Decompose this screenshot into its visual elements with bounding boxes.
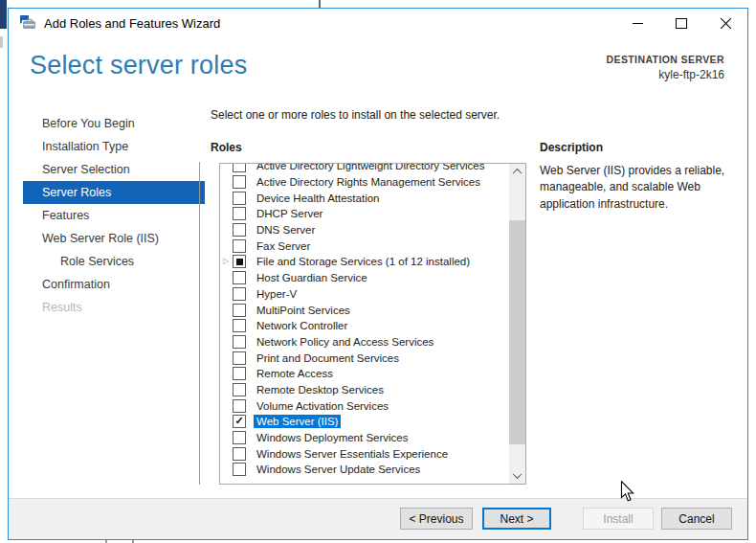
minimize-icon [633, 23, 643, 24]
role-checkbox-partial[interactable] [233, 255, 246, 268]
roles-listbox: Active Directory Lightweight Directory S… [219, 163, 526, 485]
role-label[interactable]: Device Health Attestation [254, 192, 383, 205]
role-row-hyper-v: Hyper-V [220, 286, 509, 303]
role-label[interactable]: Active Directory Rights Management Servi… [254, 175, 483, 189]
role-checkbox-unchecked[interactable] [233, 175, 246, 189]
nav-divider [199, 162, 200, 485]
close-icon [720, 17, 732, 30]
wizard-toolbox-icon [20, 15, 36, 31]
role-checkbox-unchecked[interactable] [233, 383, 246, 396]
role-checkbox-unchecked[interactable] [233, 319, 246, 332]
add-roles-wizard-window: Add Roles and Features Wizard Select ser… [8, 8, 748, 540]
page-title: Select server roles [30, 51, 247, 80]
chevron-down-icon [513, 469, 523, 479]
role-label[interactable]: Remote Access [254, 367, 336, 380]
previous-button[interactable]: < Previous [400, 508, 473, 530]
role-label[interactable]: Remote Desktop Services [254, 383, 387, 396]
role-row-active-directory-lightweight-directory-services: Active Directory Lightweight Directory S… [220, 163, 509, 174]
titlebar: Add Roles and Features Wizard [9, 9, 747, 37]
sidebar-item-role-services[interactable]: Role Services [23, 250, 205, 273]
role-checkbox-unchecked[interactable] [233, 447, 246, 461]
roles-rows: Active Directory Lightweight Directory S… [220, 163, 509, 478]
destination-server-label: DESTINATION SERVER [607, 54, 725, 65]
sidebar-item-server-roles[interactable]: Server Roles [23, 181, 205, 204]
role-label[interactable]: Active Directory Lightweight Directory S… [254, 163, 487, 172]
destination-server-block: DESTINATION SERVER kyle-ftp-2k16 [607, 54, 725, 81]
role-label[interactable]: MultiPoint Services [254, 304, 353, 317]
role-label[interactable]: Host Guardian Service [254, 271, 370, 284]
role-checkbox-unchecked[interactable] [233, 431, 246, 444]
role-label[interactable]: File and Storage Services (1 of 12 insta… [254, 255, 473, 268]
role-label[interactable]: Hyper-V [254, 287, 300, 301]
role-checkbox-unchecked[interactable] [233, 463, 246, 476]
role-checkbox-unchecked[interactable] [233, 207, 246, 220]
role-checkbox-unchecked[interactable] [233, 304, 246, 317]
role-row-print-and-document-services: Print and Document Services [220, 350, 509, 366]
role-checkbox-unchecked[interactable] [233, 335, 246, 349]
role-label[interactable]: DNS Server [254, 223, 318, 237]
sidebar-item-installation-type[interactable]: Installation Type [23, 135, 205, 158]
window-title: Add Roles and Features Wizard [44, 16, 220, 31]
role-checkbox-unchecked[interactable] [233, 192, 246, 205]
role-label[interactable]: Network Policy and Access Services [254, 335, 436, 349]
role-row-dhcp-server: DHCP Server [220, 206, 509, 222]
role-label[interactable]: Windows Deployment Services [254, 431, 411, 444]
role-row-dns-server: DNS Server [220, 222, 509, 238]
role-label[interactable]: DHCP Server [254, 207, 325, 220]
role-label[interactable]: Volume Activation Services [254, 399, 391, 413]
destination-server-name: kyle-ftp-2k16 [607, 68, 725, 81]
role-label[interactable]: Fax Server [254, 239, 313, 253]
install-button[interactable]: Install [583, 508, 654, 530]
role-row-active-directory-rights-management-services: Active Directory Rights Management Servi… [220, 174, 509, 191]
maximize-icon [676, 18, 687, 29]
role-row-network-controller: Network Controller [220, 318, 509, 334]
role-row-volume-activation-services: Volume Activation Services [220, 397, 509, 414]
sidebar-item-server-selection[interactable]: Server Selection [23, 158, 205, 181]
close-button[interactable] [703, 9, 747, 37]
role-label[interactable]: Web Server (IIS) [254, 415, 341, 428]
scroll-up-button[interactable] [509, 164, 525, 180]
sidebar-item-before-you-begin[interactable]: Before You Begin [23, 112, 205, 135]
sidebar-item-web-server-role-iis[interactable]: Web Server Role (IIS) [23, 227, 205, 250]
expand-arrow-icon[interactable]: ▷ [223, 258, 233, 265]
role-checkbox-unchecked[interactable] [233, 351, 246, 365]
checkmark-icon: ✓ [234, 416, 243, 426]
sidebar-item-features[interactable]: Features [23, 204, 205, 227]
description-text: Web Server (IIS) provides a reliable, ma… [540, 163, 737, 213]
role-row-multipoint-services: MultiPoint Services [220, 302, 509, 318]
role-checkbox-unchecked[interactable] [233, 399, 246, 413]
maximize-button[interactable] [659, 9, 703, 37]
minimize-button[interactable] [615, 9, 659, 37]
role-row-network-policy-and-access-services: Network Policy and Access Services [220, 334, 509, 351]
role-label[interactable]: Windows Server Essentials Experience [254, 447, 451, 461]
role-checkbox-unchecked[interactable] [233, 163, 246, 172]
role-label[interactable]: Network Controller [254, 319, 350, 332]
cancel-button[interactable]: Cancel [661, 508, 732, 530]
next-button[interactable]: Next > [482, 508, 551, 530]
scrollbar-thumb[interactable] [509, 220, 525, 444]
role-checkbox-unchecked[interactable] [233, 287, 246, 301]
role-checkbox-unchecked[interactable] [233, 223, 246, 237]
background-artifact [0, 0, 7, 29]
role-label[interactable]: Windows Server Update Services [254, 463, 423, 476]
role-row-host-guardian-service: Host Guardian Service [220, 270, 509, 286]
role-label[interactable]: Print and Document Services [254, 351, 402, 365]
role-checkbox-checked[interactable]: ✓ [233, 415, 246, 428]
sidebar-item-confirmation[interactable]: Confirmation [23, 273, 205, 296]
scroll-down-button[interactable] [509, 467, 525, 484]
footer-bar: < Previous Next > Install Cancel [9, 498, 747, 539]
role-checkbox-unchecked[interactable] [233, 271, 246, 284]
instruction-text: Select one or more roles to install on t… [211, 108, 500, 122]
role-row-file-and-storage-services-1-of-12-installed: ▷File and Storage Services (1 of 12 inst… [220, 254, 509, 270]
scrollbar-track[interactable] [509, 180, 525, 467]
vertical-scrollbar[interactable] [509, 164, 525, 484]
chevron-up-icon [513, 169, 523, 178]
role-checkbox-unchecked[interactable] [233, 239, 246, 253]
roles-list-label: Roles [211, 141, 242, 154]
sidebar-item-results: Results [23, 296, 205, 319]
role-checkbox-unchecked[interactable] [233, 367, 246, 380]
role-row-windows-server-update-services: Windows Server Update Services [220, 462, 509, 478]
role-row-web-server-iis: ✓Web Server (IIS) [220, 414, 509, 430]
role-row-remote-desktop-services: Remote Desktop Services [220, 382, 509, 398]
role-row-fax-server: Fax Server [220, 238, 509, 254]
